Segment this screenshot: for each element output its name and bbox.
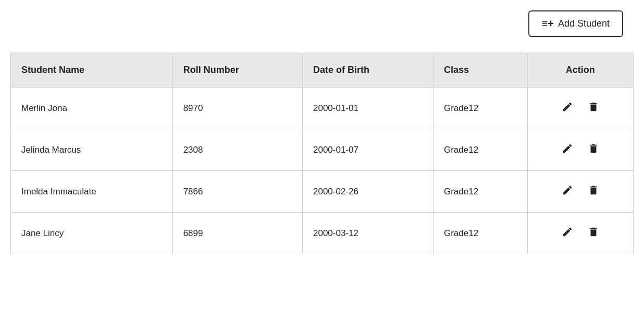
trash-icon [588, 101, 599, 113]
table-row: Merlin Jona89702000-01-01Grade12 [11, 88, 633, 129]
cell-roll_number: 7866 [172, 171, 302, 213]
cell-action [527, 213, 633, 254]
col-header-action: Action [527, 53, 633, 88]
trash-icon [588, 226, 599, 238]
action-cell [538, 99, 623, 117]
col-header-class: Class [433, 53, 527, 88]
trash-icon [588, 143, 599, 154]
delete-button[interactable] [586, 141, 601, 159]
cell-date_of_birth: 2000-01-01 [302, 88, 433, 129]
table-row: Jelinda Marcus23082000-01-07Grade12 [11, 129, 633, 171]
edit-button[interactable] [560, 141, 575, 159]
top-bar: ≡+ Add Student [10, 10, 634, 37]
delete-button[interactable] [586, 99, 601, 117]
col-header-roll-number: Roll Number [172, 53, 302, 88]
delete-button[interactable] [586, 224, 601, 242]
cell-student_name: Imelda Immaculate [11, 171, 172, 213]
cell-student_name: Jane Lincy [11, 213, 172, 254]
add-student-label: Add Student [558, 18, 610, 29]
edit-button[interactable] [560, 182, 575, 201]
students-table-container: Student Name Roll Number Date of Birth C… [10, 53, 634, 254]
delete-button[interactable] [586, 182, 601, 201]
edit-button[interactable] [560, 99, 575, 117]
cell-class: Grade12 [433, 171, 527, 213]
action-cell [538, 224, 623, 242]
cell-roll_number: 2308 [172, 129, 302, 171]
cell-student_name: Merlin Jona [11, 88, 172, 129]
cell-date_of_birth: 2000-01-07 [302, 129, 433, 171]
students-table: Student Name Roll Number Date of Birth C… [11, 53, 633, 254]
pencil-icon [562, 101, 573, 113]
cell-action [527, 88, 633, 129]
cell-roll_number: 8970 [172, 88, 302, 129]
cell-roll_number: 6899 [172, 213, 302, 254]
trash-icon [588, 184, 599, 196]
pencil-icon [562, 184, 573, 196]
cell-student_name: Jelinda Marcus [11, 129, 172, 171]
pencil-icon [562, 143, 573, 154]
action-cell [538, 182, 623, 201]
add-student-button[interactable]: ≡+ Add Student [528, 10, 623, 37]
action-cell [538, 141, 623, 159]
pencil-icon [562, 226, 573, 238]
add-list-icon: ≡+ [542, 18, 554, 30]
cell-class: Grade12 [433, 88, 527, 129]
cell-date_of_birth: 2000-02-26 [302, 171, 433, 213]
col-header-student-name: Student Name [11, 53, 172, 88]
col-header-date-of-birth: Date of Birth [302, 53, 433, 88]
cell-class: Grade12 [433, 213, 527, 254]
cell-action [527, 129, 633, 171]
edit-button[interactable] [560, 224, 575, 242]
cell-action [527, 171, 633, 213]
table-row: Jane Lincy68992000-03-12Grade12 [11, 213, 633, 254]
table-row: Imelda Immaculate78662000-02-26Grade12 [11, 171, 633, 213]
table-body: Merlin Jona89702000-01-01Grade12 Jelinda… [11, 88, 633, 254]
cell-class: Grade12 [433, 129, 527, 171]
table-header: Student Name Roll Number Date of Birth C… [11, 53, 633, 88]
cell-date_of_birth: 2000-03-12 [302, 213, 433, 254]
table-header-row: Student Name Roll Number Date of Birth C… [11, 53, 633, 88]
